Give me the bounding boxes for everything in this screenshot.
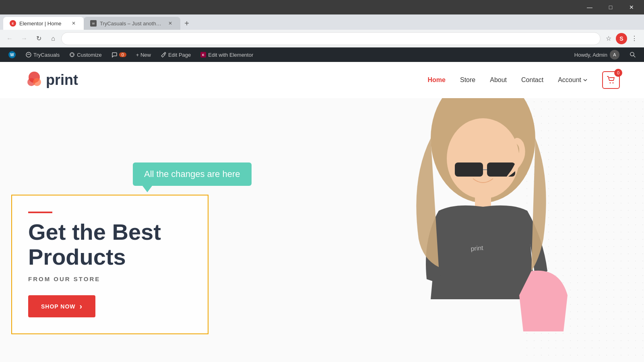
nav-contact[interactable]: Contact	[521, 76, 543, 84]
svg-point-15	[33, 78, 41, 86]
wp-edit-page[interactable]: Edit Page	[156, 47, 196, 62]
tab-trycasuals[interactable]: W TryCasuals – Just another WordP... ✕	[84, 17, 180, 30]
url-input[interactable]: trycasuals.com/?preview_id=95&preview_no…	[66, 35, 595, 41]
site-icon	[26, 52, 31, 58]
svg-text:W: W	[92, 22, 95, 25]
customize-icon	[69, 52, 75, 58]
edit-page-label: Edit Page	[168, 52, 191, 58]
bookmark-button[interactable]: ☆	[602, 32, 615, 45]
tab-favicon-trycasuals: W	[90, 20, 97, 27]
svg-point-6	[26, 52, 31, 57]
menu-button[interactable]: ⋮	[628, 32, 641, 45]
hero-title-line2: Products	[28, 244, 126, 269]
title-bar: — □ ✕	[0, 0, 644, 14]
svg-point-17	[613, 82, 614, 84]
svg-text:E: E	[12, 22, 14, 25]
wp-new[interactable]: + New	[131, 47, 156, 62]
cart-count-badge: 0	[614, 69, 622, 77]
wp-logo-item[interactable]: W	[3, 47, 21, 62]
tab-close-elementor[interactable]: ✕	[70, 20, 77, 27]
elementor-icon: E	[200, 52, 206, 58]
shop-now-label: SHOP NOW	[41, 303, 76, 310]
wp-customize[interactable]: Customize	[64, 47, 106, 62]
nav-bar: ← → ↻ ⌂ trycasuals.com/?preview_id=95&pr…	[0, 30, 644, 47]
svg-point-19	[447, 118, 519, 199]
minimize-button[interactable]: —	[580, 1, 599, 13]
nav-right-icons: ☆ S ⋮	[602, 32, 641, 45]
wp-comments[interactable]: 0	[107, 47, 131, 62]
address-bar[interactable]: trycasuals.com/?preview_id=95&preview_no…	[61, 32, 601, 45]
search-icon	[630, 51, 636, 58]
hero-red-line	[28, 212, 52, 213]
site-header: print Home Store About Contact Account 0	[0, 62, 644, 98]
hero-section: print All the changes are here Get the B…	[0, 98, 644, 362]
wp-logo-icon: W	[8, 51, 16, 59]
admin-avatar: A	[609, 49, 620, 60]
hero-text-box: Get the Best Products FROM OUR STORE SHO…	[11, 195, 208, 334]
shop-now-arrow: ›	[80, 302, 83, 311]
edit-elementor-label: Edit with Elementor	[208, 52, 253, 58]
svg-text:A: A	[613, 52, 616, 57]
wp-site-name[interactable]: TryCasuals	[21, 47, 64, 62]
cart-button[interactable]: 0	[602, 71, 620, 89]
site-nav: Home Store About Contact Account 0	[428, 71, 620, 89]
tab-favicon-elementor: E	[10, 20, 16, 27]
comments-count: 0	[119, 52, 126, 57]
nav-about[interactable]: About	[490, 76, 507, 84]
howdy-label: Howdy, Admin	[574, 52, 607, 58]
nav-account[interactable]: Account	[558, 76, 588, 84]
woman-illustration: print	[346, 98, 620, 356]
close-button[interactable]: ✕	[622, 1, 641, 13]
forward-button[interactable]: →	[18, 32, 31, 45]
hero-title-line1: Get the Best	[28, 219, 161, 245]
reload-button[interactable]: ↻	[32, 32, 45, 45]
site-logo[interactable]: print	[24, 70, 78, 90]
account-chevron-icon	[583, 78, 588, 82]
shop-now-button[interactable]: SHOP NOW ›	[28, 295, 95, 317]
logo-text: print	[46, 72, 78, 88]
svg-text:E: E	[202, 53, 205, 57]
tab-title-trycasuals: TryCasuals – Just another WordP...	[100, 21, 163, 27]
hero-title: Get the Best Products	[28, 220, 192, 269]
speech-bubble: All the changes are here	[133, 162, 252, 186]
wp-admin-bar: W TryCasuals Customize 0 + New Edit Page…	[0, 47, 644, 62]
tab-close-trycasuals[interactable]: ✕	[167, 20, 174, 27]
speech-bubble-text: All the changes are here	[144, 169, 240, 179]
wp-search[interactable]	[625, 47, 641, 62]
site-name-label: TryCasuals	[33, 52, 60, 58]
svg-point-16	[610, 82, 611, 84]
home-button[interactable]: ⌂	[47, 32, 60, 45]
profile-avatar[interactable]: S	[616, 33, 627, 44]
site-content: print Home Store About Contact Account 0	[0, 62, 644, 362]
wp-edit-elementor[interactable]: E Edit with Elementor	[196, 47, 258, 62]
svg-rect-20	[455, 162, 483, 177]
svg-text:print: print	[471, 244, 484, 252]
new-tab-button[interactable]: +	[180, 17, 193, 30]
wp-howdy[interactable]: Howdy, Admin A	[570, 47, 625, 62]
comments-icon	[111, 52, 117, 58]
hero-image: print	[346, 98, 620, 362]
tab-elementor[interactable]: E Elementor | Home ✕	[3, 17, 84, 30]
hero-subtitle: FROM OUR STORE	[28, 276, 192, 282]
nav-home[interactable]: Home	[428, 76, 446, 84]
cart-icon	[607, 76, 615, 84]
nav-store[interactable]: Store	[460, 76, 475, 84]
tab-title-elementor: Elementor | Home	[19, 21, 67, 27]
svg-text:W: W	[10, 53, 14, 57]
window-controls: — □ ✕	[580, 1, 641, 13]
customize-label: Customize	[77, 52, 101, 58]
logo-icon	[24, 70, 44, 90]
tab-bar: E Elementor | Home ✕ W TryCasuals – Just…	[0, 14, 644, 30]
new-label: + New	[136, 52, 151, 58]
maximize-button[interactable]: □	[601, 1, 620, 13]
account-label: Account	[558, 76, 581, 84]
back-button[interactable]: ←	[3, 32, 16, 45]
edit-page-icon	[161, 52, 166, 58]
